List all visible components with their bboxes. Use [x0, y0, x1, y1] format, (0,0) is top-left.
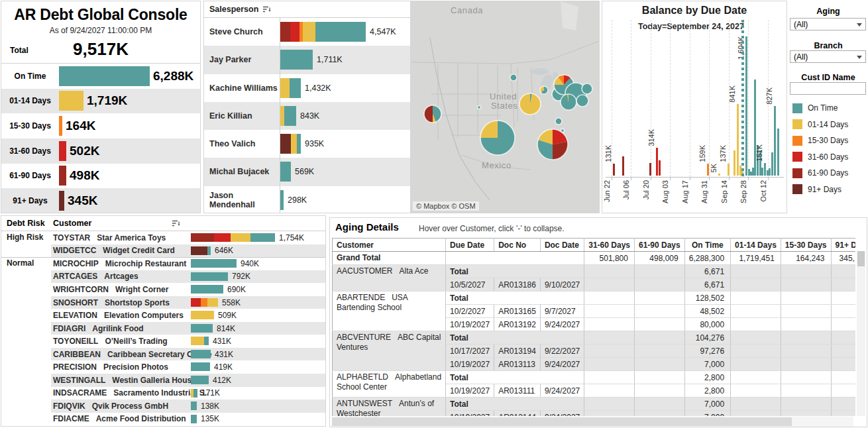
- due-date-bar[interactable]: [769, 168, 771, 176]
- due-date-bar[interactable]: [656, 148, 658, 176]
- due-date-bar[interactable]: [771, 152, 773, 176]
- due-date-bar[interactable]: [707, 164, 709, 176]
- debt-risk-row[interactable]: SNOSHORT Shortstop Sports 558K: [1, 296, 325, 309]
- aging-summary-row[interactable]: 61-90 Days 498K: [1, 164, 200, 189]
- customer-total-row[interactable]: ANTUNSWEST Antun’s of Westchester Total7…: [333, 398, 856, 411]
- debt-risk-row[interactable]: Normal MICROCHIP Microchip Restaurant 94…: [1, 257, 325, 270]
- legend-item[interactable]: 91+ Days: [792, 182, 868, 198]
- horizontal-scrollbar-thumb[interactable]: [332, 417, 792, 426]
- bar-segment[interactable]: [191, 350, 211, 358]
- map-pie[interactable]: [561, 94, 576, 110]
- bar-segment[interactable]: [315, 22, 366, 42]
- aging-summary-row[interactable]: 15-30 Days 164K: [1, 113, 200, 138]
- customer-cell[interactable]: ANTUNSWEST Antun’s of Westchester: [333, 398, 446, 417]
- cust-id-name-input[interactable]: [790, 82, 866, 95]
- due-date-bar[interactable]: [774, 106, 776, 176]
- debt-risk-row[interactable]: ELEVATION Elevation Computers 509K: [1, 309, 325, 322]
- bar-segment[interactable]: [191, 285, 223, 294]
- customer-total-row[interactable]: ABARTENDE USA Bartending School Total128…: [333, 292, 856, 305]
- bar-segment[interactable]: [280, 134, 291, 154]
- map-pie[interactable]: [555, 118, 562, 125]
- bar-segment[interactable]: [280, 50, 313, 70]
- bar-segment[interactable]: [290, 22, 299, 42]
- bar-segment[interactable]: [214, 233, 231, 242]
- bar-segment[interactable]: [207, 246, 211, 255]
- salesperson-row[interactable]: Michal Bujacek 569K: [204, 158, 410, 186]
- due-date-bar[interactable]: [761, 168, 763, 176]
- bar-segment[interactable]: [193, 389, 197, 398]
- bar-segment[interactable]: [191, 259, 237, 268]
- column-header[interactable]: Doc Date: [540, 239, 584, 252]
- bar-segment[interactable]: [280, 22, 290, 42]
- debt-risk-row[interactable]: FDIQVIK Qvik Process GmbH 138K: [1, 400, 325, 413]
- bar-segment[interactable]: [191, 362, 210, 371]
- debt-risk-row[interactable]: CARIBBEAN Caribbean Secretary Online 431…: [1, 348, 325, 361]
- aging-bar[interactable]: [59, 91, 83, 111]
- grand-total-row[interactable]: Grand Total501,800498,0096,288,3001,719,…: [333, 252, 856, 265]
- aging-bar[interactable]: [59, 141, 66, 161]
- vertical-scrollbar[interactable]: [857, 251, 865, 416]
- aging-summary-row[interactable]: 91+ Days 345K: [1, 188, 200, 213]
- legend-item[interactable]: On Time: [792, 100, 868, 117]
- bar-segment[interactable]: [191, 233, 214, 242]
- map-pie[interactable]: [519, 93, 541, 115]
- due-date-bar[interactable]: [737, 104, 739, 176]
- bar-segment[interactable]: [207, 298, 218, 307]
- map-pie[interactable]: [540, 86, 548, 94]
- horizontal-scrollbar[interactable]: [332, 417, 853, 427]
- bar-segment[interactable]: [191, 246, 207, 255]
- map-pie[interactable]: [478, 106, 481, 109]
- map-pie[interactable]: [480, 121, 515, 155]
- column-header[interactable]: Due Date: [446, 239, 494, 252]
- sort-icon[interactable]: [172, 220, 180, 227]
- customer-cell[interactable]: ABARTENDE USA Bartending School: [333, 292, 446, 331]
- map-pie[interactable]: [576, 95, 588, 107]
- aging-summary-row[interactable]: On Time 6,288K: [1, 64, 200, 89]
- due-date-bar[interactable]: [622, 156, 624, 176]
- map-pie[interactable]: [510, 74, 517, 81]
- bar-segment[interactable]: [297, 134, 301, 154]
- aging-summary-row[interactable]: 01-14 Days 1,719K: [1, 89, 200, 114]
- debt-risk-row[interactable]: FDIAGRI Agrilink Food 814K: [1, 322, 325, 335]
- column-header[interactable]: 61-90 Days: [634, 239, 684, 252]
- aging-filter-dropdown[interactable]: (All): [790, 18, 866, 30]
- bar-segment[interactable]: [291, 134, 297, 154]
- bar-segment[interactable]: [231, 233, 250, 242]
- bar-segment[interactable]: [191, 324, 213, 333]
- aging-bar[interactable]: [59, 191, 64, 211]
- legend-item[interactable]: 31-60 Days: [792, 149, 868, 166]
- column-header[interactable]: 15-30 Days: [781, 239, 831, 252]
- bar-segment[interactable]: [284, 106, 296, 126]
- salesperson-row[interactable]: Jason Mendenhall 298K: [204, 186, 410, 213]
- salesperson-row[interactable]: Steve Church 4,547K: [204, 18, 410, 46]
- aging-bar[interactable]: [59, 166, 66, 186]
- bar-segment[interactable]: [201, 298, 207, 307]
- debt-risk-row[interactable]: INDSACRAME Sacramento Industrial S.. 171…: [1, 387, 325, 400]
- due-date-bar[interactable]: [728, 164, 730, 176]
- salesperson-row[interactable]: Kachine Williams 1,432K: [204, 74, 410, 102]
- column-header[interactable]: Customer: [333, 239, 446, 252]
- customer-cell[interactable]: ALPHABETLD Alphabetland School Center: [333, 371, 446, 398]
- map-pie[interactable]: [537, 129, 568, 160]
- column-header[interactable]: 91+ Days: [831, 239, 855, 252]
- due-date-bar[interactable]: [659, 160, 661, 176]
- sort-icon[interactable]: [262, 6, 271, 13]
- debt-risk-row[interactable]: FDIACME Acme Food Distribution 135K: [1, 413, 325, 426]
- debt-risk-row[interactable]: WIDGETCC Widget Credit Card 646K: [1, 244, 325, 258]
- aging-bar[interactable]: [59, 116, 62, 136]
- due-date-bar[interactable]: [613, 164, 615, 176]
- map-pie[interactable]: [424, 105, 441, 123]
- bar-segment[interactable]: [280, 190, 284, 210]
- bar-segment[interactable]: [191, 298, 201, 307]
- due-date-bar[interactable]: [777, 129, 779, 176]
- debt-risk-row[interactable]: TOYONEILL O’Neill’s Trading 431K: [1, 335, 325, 348]
- salesperson-row[interactable]: Jay Parker 1,711K: [204, 46, 410, 74]
- map-panel[interactable]: CanadaUnitedStatesMexico © Mapbox © OSM: [411, 1, 600, 213]
- bar-segment[interactable]: [204, 337, 209, 345]
- salesperson-row[interactable]: Eric Killian 843K: [204, 102, 410, 130]
- bar-segment[interactable]: [191, 337, 204, 345]
- debt-risk-row[interactable]: PRECISION Precision Photos 419K: [1, 360, 325, 374]
- debt-risk-row[interactable]: WESTINGALL Westin Galleria Houston 412K: [1, 374, 325, 387]
- due-date-bar[interactable]: [733, 150, 735, 176]
- column-header[interactable]: 01-14 Days: [731, 239, 781, 252]
